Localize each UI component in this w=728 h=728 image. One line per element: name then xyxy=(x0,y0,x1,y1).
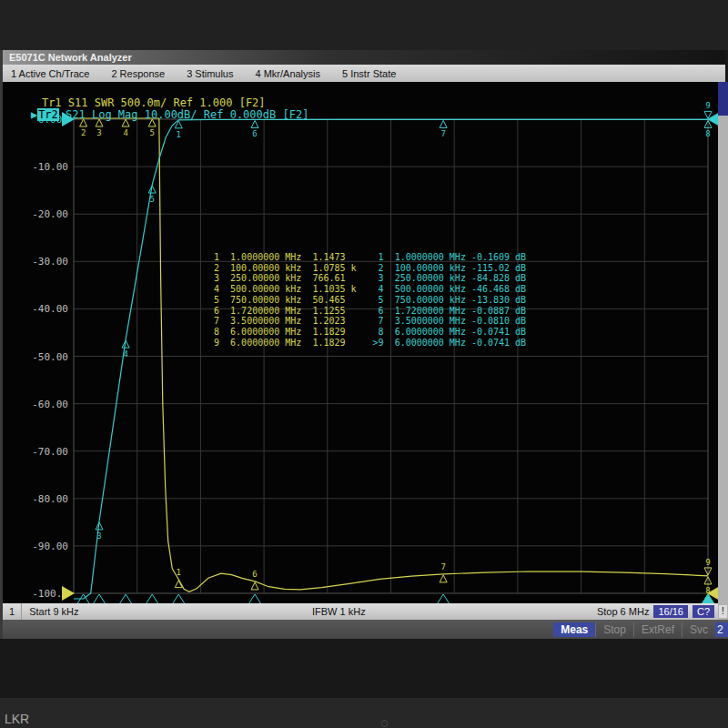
marker-row-tr2: 4 500.00000 kHz -46.468 dB xyxy=(373,284,527,295)
trace2-label: Tr2 xyxy=(37,108,59,121)
instrument-status-bar: Meas Stop ExtRef Svc 2 xyxy=(3,620,728,639)
marker-row-tr1: 1 1.0000000 MHz 1.1473 xyxy=(208,252,357,263)
instrument-display: 0.000-10.00-20.00-30.00-40.00-50.00-60.0… xyxy=(3,82,728,603)
marker-row-tr1: 8 6.0000000 MHz 1.1829 xyxy=(208,327,357,338)
marker-row-tr1: 5 750.00000 kHz 50.465 xyxy=(208,295,357,306)
marker-row-tr2: 8 6.0000000 MHz -0.0741 dB xyxy=(373,327,527,338)
marker-triangle-icon xyxy=(251,582,258,590)
y-axis-label: -70.00 xyxy=(32,446,68,458)
marker-row-tr2: 3 250.00000 kHz -84.828 dB xyxy=(373,273,527,284)
marker-readout-table: 1 1.0000000 MHz 1.1473 2 100.00000 kHz 1… xyxy=(208,252,526,348)
warning-indicator: ! xyxy=(719,605,727,618)
marker-row-tr1: 3 250.00000 kHz 766.61 xyxy=(208,273,357,284)
y-axis-label: -80.00 xyxy=(32,493,68,505)
menu-active-ch-trace[interactable]: 1 Active Ch/Trace xyxy=(11,68,89,79)
reference-level-icon xyxy=(62,586,75,601)
marker-row-tr1: 7 3.5000000 MHz 1.2023 xyxy=(208,316,357,327)
ifbw-value: IFBW 1 kHz xyxy=(312,606,366,617)
marker-row-tr2: >9 6.0000000 MHz -0.0741 dB xyxy=(373,338,527,349)
marker-number: 3 xyxy=(96,531,101,541)
marker-number: 1 xyxy=(177,568,181,577)
y-axis-label: -90.00 xyxy=(32,541,68,552)
marker-row-tr1: 9 6.0000000 MHz 1.1829 xyxy=(208,338,357,349)
menu-stimulus[interactable]: 3 Stimulus xyxy=(187,68,233,79)
status-stop: Stop xyxy=(595,622,633,637)
marker-row-tr1: 4 500.00000 kHz 1.1035 k xyxy=(208,284,357,295)
marker-number: 9 xyxy=(705,101,710,110)
marker-number: 6 xyxy=(252,570,257,579)
marker-stimulus-icon xyxy=(146,594,158,603)
marker-column-tr2: 1 1.0000000 MHz -0.1609 dB 2 100.00000 k… xyxy=(373,252,527,348)
points-badge: 16/16 xyxy=(653,605,688,618)
window-titlebar: E5071C Network Analyzer xyxy=(3,50,725,65)
y-axis-label: -50.00 xyxy=(32,351,68,363)
marker-number: 4 xyxy=(123,349,127,359)
menu-mkr-analysis[interactable]: 4 Mkr/Analysis xyxy=(255,68,320,79)
marker-row-tr2: 1 1.0000000 MHz -0.1609 dB xyxy=(373,252,527,263)
marker-number: 7 xyxy=(440,562,445,571)
y-axis-label: -60.00 xyxy=(32,399,68,410)
channel-number: 1 xyxy=(3,603,22,620)
marker-number: 8 xyxy=(705,129,710,138)
marker-column-tr1: 1 1.0000000 MHz 1.1473 2 100.00000 kHz 1… xyxy=(208,252,357,348)
marker-stimulus-icon xyxy=(119,594,132,603)
right-edge-accent xyxy=(718,82,728,116)
marker-number: 9 xyxy=(705,558,710,567)
marker-row-tr2: 6 1.7200000 MHz -0.0887 dB xyxy=(373,306,527,317)
trace2-settings: S21 Log Mag 10.00dB/ Ref 0.000dB [F2] xyxy=(59,108,309,121)
marker-stimulus-icon xyxy=(93,594,106,603)
marker-stimulus-icon xyxy=(172,594,185,603)
marker-row-tr1: 6 1.7200000 MHz 1.1255 xyxy=(208,306,357,317)
marker-number: 5 xyxy=(149,195,154,204)
marker-triangle-icon xyxy=(440,575,447,582)
cal-status-badge: C? xyxy=(693,605,714,618)
top-black-strip xyxy=(0,0,728,50)
corner-text: LKR xyxy=(5,712,29,726)
menu-bar: 1 Active Ch/Trace 2 Response 3 Stimulus … xyxy=(3,65,725,82)
status-meas: Meas xyxy=(553,622,595,637)
trace2-status-line[interactable]: ▶Tr2 S21 Log Mag 10.00dB/ Ref 0.000dB [F… xyxy=(5,96,308,134)
window-title: E5071C Network Analyzer xyxy=(9,52,132,63)
menu-instr-state[interactable]: 5 Instr State xyxy=(342,68,396,79)
marker-number: 7 xyxy=(440,129,445,138)
marker-row-tr1: 2 100.00000 kHz 1.0785 k xyxy=(208,263,357,274)
y-axis-label: -10.00 xyxy=(32,161,68,173)
bottom-band xyxy=(0,698,728,728)
marker-row-tr2: 5 750.00000 kHz -13.830 dB xyxy=(373,295,527,306)
y-axis-label: -30.00 xyxy=(32,256,68,268)
y-axis-label: -20.00 xyxy=(32,208,68,220)
spinner-icon: ◌ xyxy=(380,715,388,728)
start-frequency: Start 9 kHz xyxy=(22,606,78,617)
stop-frequency: Stop 6 MHz xyxy=(597,606,649,617)
marker-triangle-icon xyxy=(440,120,447,127)
marker-row-tr2: 7 3.5000000 MHz -0.0810 dB xyxy=(373,316,527,327)
window-right-edge xyxy=(718,82,728,621)
menu-response[interactable]: 2 Response xyxy=(111,68,165,79)
status-svc: Svc xyxy=(682,622,715,637)
channel-status-bar: 1 Start 9 kHz IFBW 1 kHz Stop 6 MHz 16/1… xyxy=(3,603,718,620)
status-extref: ExtRef xyxy=(633,622,682,637)
clipped-status-item: 2 xyxy=(715,622,728,637)
marker-stimulus-icon xyxy=(248,594,261,603)
marker-stimulus-icon xyxy=(437,594,450,603)
marker-row-tr2: 2 100.00000 kHz -115.02 dB xyxy=(373,263,527,274)
y-axis-label: -40.00 xyxy=(32,303,68,315)
